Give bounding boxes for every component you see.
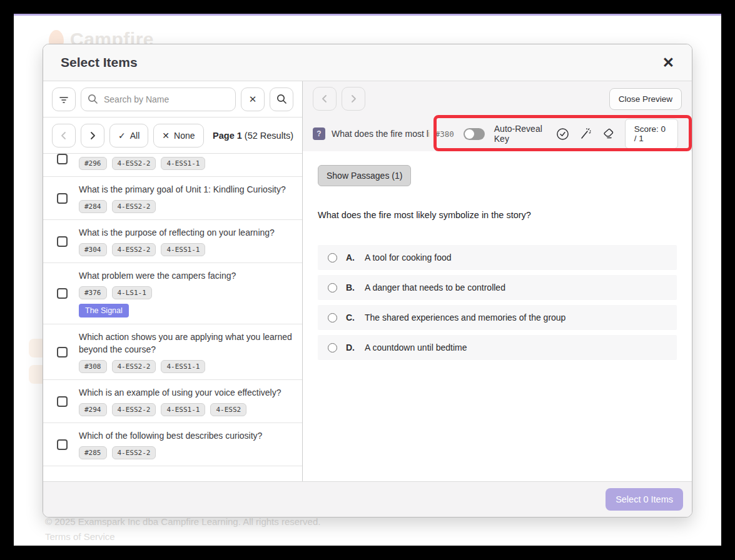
item-tag: #284 [79,200,107,213]
pagination-row: ✓ All ✕ None Page 1 (52 Results) [43,118,302,154]
item-tag: 4-ESS2-2 [112,403,156,416]
check-icon: ✓ [118,131,126,141]
prev-page-button[interactable] [52,124,76,148]
option-text: A tool for cooking food [365,252,452,262]
filter-button[interactable] [52,88,76,111]
answer-option[interactable]: B. A danger that needs to be controlled [318,275,677,300]
eraser-button[interactable] [602,127,616,141]
chevron-left-icon [320,94,330,104]
radio-button[interactable] [328,283,337,292]
question-title-truncated: What does the fire most li... [332,129,429,139]
answer-option[interactable]: D. A countdown until bedtime [318,335,677,360]
item-checkbox[interactable] [57,236,68,247]
close-icon[interactable]: ✕ [662,56,674,70]
select-all-label: All [130,131,140,141]
item-checkbox[interactable] [57,288,68,299]
select-items-modal: Select Items ✕ [43,44,692,518]
item-tag: 4-ESS1-1 [161,157,205,170]
item-tag: 4-ESS2 [210,403,246,416]
list-item: Which is an example of using your voice … [43,380,302,423]
item-tag: 4-ESS2-2 [112,446,156,459]
app-page: Campfire © 2025 Examspark Inc dba Campfi… [14,14,721,546]
select-none-button[interactable]: ✕ None [153,124,203,148]
option-text: A countdown until bedtime [365,342,467,352]
search-input[interactable] [81,88,236,111]
toggle-knob [465,129,474,139]
prev-question-button[interactable] [313,87,337,111]
list-item: What is the primary goal of Unit 1: Kind… [43,177,302,220]
select-items-button[interactable]: Select 0 Items [606,488,683,511]
search-submit-button[interactable] [270,88,293,111]
question-header-row: ? What does the fire most li... #380 Aut… [303,116,692,151]
auto-reveal-label: Auto-Reveal Key [494,124,547,144]
question-toolbar: #380 Auto-Reveal Key [435,119,678,149]
filter-icon [58,94,69,105]
next-page-button[interactable] [81,124,104,148]
option-text: The shared experiences and memories of t… [365,312,565,322]
check-circle-icon [556,128,569,141]
item-checkbox[interactable] [57,396,68,407]
option-letter: D. [346,342,365,352]
item-question-text: Which action shows you are applying what… [79,331,293,356]
item-checkbox[interactable] [57,347,68,358]
search-row: ✕ [43,81,302,118]
show-passages-button[interactable]: Show Passages (1) [318,165,411,186]
item-tag: #296 [79,157,107,170]
item-checkbox[interactable] [57,193,68,204]
page-number: Page 1 [213,131,242,141]
item-tag: #308 [79,360,107,373]
search-icon [276,93,288,105]
item-list-panel: ✕ [43,81,303,481]
search-icon [87,93,99,105]
radio-button[interactable] [328,343,337,352]
auto-reveal-toggle[interactable] [464,128,485,140]
ghost-terms-link: Terms of Service [45,531,115,542]
item-tag: #285 [79,446,107,459]
answer-option[interactable]: A. A tool for cooking food [318,245,677,270]
item-tag: 4-ESS1-1 [161,243,205,256]
chevron-right-icon [348,94,358,104]
item-tag: 4-ESS1-1 [161,360,205,373]
next-question-button[interactable] [342,87,365,111]
item-tag: #294 [79,403,107,416]
list-item: What problem were the campers facing? #3… [43,263,302,324]
option-letter: B. [346,282,365,292]
clear-search-button[interactable]: ✕ [241,88,265,111]
list-item: #296 4-ESS2-2 4-ESS1-1 [43,154,302,177]
radio-button[interactable] [328,313,337,322]
modal-title: Select Items [61,55,138,70]
list-item: Which of the following best describes cu… [43,423,302,466]
question-preview-content: Show Passages (1) What does the fire mos… [303,151,692,481]
question-type-badge: ? [313,128,325,140]
answer-options: A. A tool for cooking food B. A danger t… [318,245,677,360]
passage-tag: The Signal [79,304,129,318]
item-checkbox[interactable] [57,154,68,164]
chevron-right-icon [88,131,98,141]
list-item: Which action shows you are applying what… [43,324,302,380]
answer-option[interactable]: C. The shared experiences and memories o… [318,305,677,330]
modal-body: ✕ [43,81,692,481]
question-list: #296 4-ESS2-2 4-ESS1-1 What is the prima… [43,154,302,481]
x-icon: ✕ [249,94,257,105]
item-number: #380 [435,129,454,139]
magic-wand-button[interactable] [579,127,592,141]
preview-panel: Close Preview ? What does the fire most … [303,81,692,481]
item-question-text: Which is an example of using your voice … [79,386,293,399]
select-all-button[interactable]: ✓ All [109,124,148,148]
x-icon: ✕ [162,131,170,141]
item-question-text: Which of the following best describes cu… [79,429,293,442]
item-checkbox[interactable] [57,439,68,450]
item-tag: 4-ESS1-1 [161,403,205,416]
preview-nav-row: Close Preview [303,81,692,116]
item-question-text: What is the primary goal of Unit 1: Kind… [79,183,293,196]
item-tag: 4-ESS2-2 [112,360,156,373]
radio-button[interactable] [328,253,337,262]
option-letter: A. [346,252,365,262]
close-preview-button[interactable]: Close Preview [609,88,682,110]
item-question-text: What problem were the campers facing? [79,269,293,282]
score-box: Score: 0 / 1 [625,119,678,149]
question-text: What does the fire most likely symbolize… [318,210,677,220]
item-tag: 4-ESS2-2 [112,157,156,170]
mark-correct-button[interactable] [556,128,569,141]
page-info: Page 1 (52 Results) [213,131,293,141]
